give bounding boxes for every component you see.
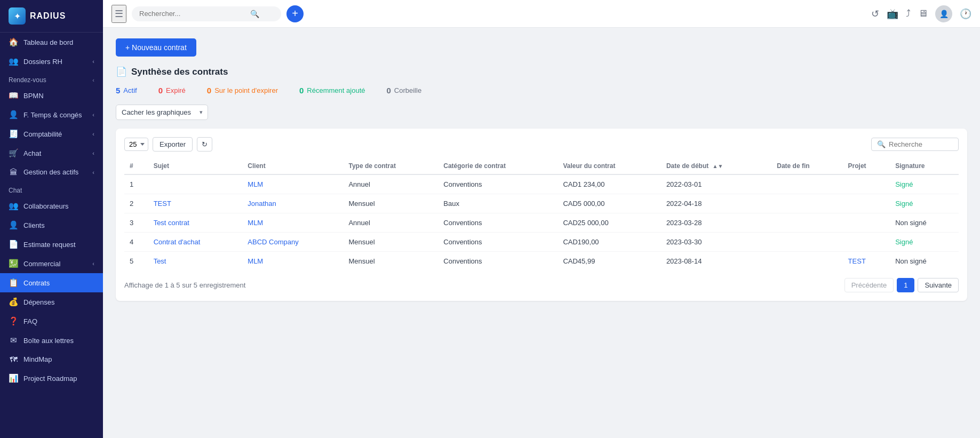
export-button[interactable]: Exporter	[153, 137, 193, 152]
sort-desc-icon: ▲▼	[713, 163, 723, 169]
screen-icon[interactable]: 📺	[887, 8, 898, 20]
cell-projet	[843, 174, 890, 194]
sujet-link[interactable]: Test contrat	[154, 219, 189, 227]
client-link[interactable]: Jonathan	[248, 200, 276, 208]
sidebar-item-f-temps-conges[interactable]: 👤 F. Temps & congés ‹	[0, 105, 103, 124]
table-controls: 25 Exporter ↻ 🔍	[124, 137, 959, 152]
sidebar-item-estimate-request[interactable]: 📄 Estimate request	[0, 235, 103, 254]
sujet-link[interactable]: Contrat d'achat	[154, 238, 201, 246]
history-icon[interactable]: ↺	[871, 8, 879, 20]
cell-client[interactable]: ABCD Company	[242, 233, 343, 252]
sidebar-item-gestion-des-actifs[interactable]: 🏛 Gestion des actifs ‹	[0, 163, 103, 181]
page-1-button[interactable]: 1	[897, 278, 914, 292]
table-row: 4Contrat d'achatABCD CompanyMensuelConve…	[124, 233, 959, 252]
table-header-row: # Sujet Client Type de contrat Catégorie…	[124, 158, 959, 174]
cell-projet	[843, 194, 890, 213]
sidebar-item-label: BPMN	[23, 92, 44, 100]
chevron-icon: ‹	[92, 112, 94, 118]
person-icon: 👤	[9, 110, 18, 120]
page-size-select[interactable]: 25	[124, 138, 148, 151]
client-link[interactable]: MLM	[248, 219, 263, 227]
sidebar-item-comptabilite[interactable]: 🧾 Comptabilité ‹	[0, 124, 103, 144]
cell-num: 3	[124, 213, 148, 233]
new-contract-button[interactable]: + Nouveau contrat	[116, 38, 196, 57]
cell-sujet[interactable]: Test	[148, 252, 243, 271]
table-search-icon: 🔍	[877, 140, 886, 148]
stat-trash[interactable]: 0 Corbeille	[386, 86, 443, 95]
sujet-link[interactable]: TEST	[154, 200, 171, 208]
cell-categorie: Conventions	[438, 233, 557, 252]
refresh-button[interactable]: ↻	[197, 137, 212, 152]
stat-actif[interactable]: 5 Actif	[116, 86, 158, 95]
table-row: 2TESTJonathanMensuelBauxCAD5 000,002022-…	[124, 194, 959, 213]
client-link[interactable]: ABCD Company	[248, 238, 298, 246]
cell-sujet[interactable]: Test contrat	[148, 213, 243, 233]
filter-row: Cacher les graphiques	[116, 105, 967, 120]
home-icon: 🏠	[9, 37, 18, 47]
cell-client[interactable]: Jonathan	[242, 194, 343, 213]
clock-icon[interactable]: 🕐	[960, 8, 971, 20]
client-link[interactable]: MLM	[248, 257, 263, 265]
cell-sujet[interactable]: TEST	[148, 194, 243, 213]
pagination-controls: Précédente 1 Suivante	[844, 278, 959, 292]
col-date-debut[interactable]: Date de début ▲▼	[661, 158, 771, 174]
pagination: Affichage de 1 à 5 sur 5 enregistrement …	[124, 278, 959, 292]
sidebar-item-label: Tableau de bord	[23, 38, 73, 46]
logo[interactable]: ✦ RADIUS	[0, 0, 103, 33]
add-button[interactable]: +	[286, 5, 304, 22]
cell-date-fin	[771, 213, 842, 233]
stat-expiring[interactable]: 0 Sur le point d'expirer	[207, 86, 299, 95]
stats-row: 5 Actif 0 Expiré 0 Sur le point d'expire…	[116, 86, 967, 95]
sidebar-item-tableau-de-bord[interactable]: 🏠 Tableau de bord	[0, 33, 103, 52]
prev-page-button[interactable]: Précédente	[844, 278, 894, 292]
cell-client[interactable]: MLM	[242, 252, 343, 271]
sujet-link[interactable]: Test	[154, 257, 166, 265]
mindmap-icon: 🗺	[9, 355, 18, 364]
client-link[interactable]: MLM	[248, 180, 263, 188]
sidebar-item-dossiers-rh[interactable]: 👥 Dossiers RH ‹	[0, 52, 103, 71]
sidebar-item-clients[interactable]: 👤 Clients	[0, 216, 103, 235]
cell-projet[interactable]: TEST	[843, 252, 890, 271]
filter-select[interactable]: Cacher les graphiques	[116, 105, 208, 120]
cell-client[interactable]: MLM	[242, 213, 343, 233]
sidebar-item-mindmap[interactable]: 🗺 MindMap	[0, 350, 103, 369]
share-icon[interactable]: ⤴	[906, 8, 911, 19]
cell-projet	[843, 213, 890, 233]
next-page-button[interactable]: Suivante	[918, 278, 959, 292]
monitor-icon[interactable]: 🖥	[918, 8, 928, 19]
cell-sujet[interactable]: Contrat d'achat	[148, 233, 243, 252]
sidebar-section-rendez-vous[interactable]: Rendez-vous ‹	[0, 71, 103, 86]
filter-select-wrapper: Cacher les graphiques	[116, 105, 208, 120]
sidebar-item-label: Commercial	[23, 260, 60, 268]
sidebar-item-achat[interactable]: 🛒 Achat ‹	[0, 144, 103, 163]
section-title: 📄 Synthèse des contrats	[116, 66, 967, 77]
cell-categorie: Conventions	[438, 252, 557, 271]
search-input[interactable]	[139, 10, 246, 18]
table-row: 1MLMAnnuelConventionsCAD1 234,002022-03-…	[124, 174, 959, 194]
sidebar-item-depenses[interactable]: 💰 Dépenses	[0, 292, 103, 312]
table-search-input[interactable]	[889, 140, 953, 148]
stat-expire[interactable]: 0 Expiré	[158, 86, 207, 95]
stat-recent[interactable]: 0 Récemment ajouté	[299, 86, 386, 95]
sidebar-item-label: Dossiers RH	[23, 58, 62, 66]
sidebar-item-commercial[interactable]: 💹 Commercial ‹	[0, 254, 103, 273]
sidebar-item-bpmn[interactable]: 📖 BPMN	[0, 86, 103, 105]
stat-number-actif: 5	[116, 86, 120, 95]
sidebar-item-contrats[interactable]: 📋 Contrats	[0, 273, 103, 292]
sidebar-item-project-roadmap[interactable]: 📊 Project Roadmap	[0, 369, 103, 388]
sidebar-item-faq[interactable]: ❓ FAQ	[0, 312, 103, 331]
projet-link[interactable]: TEST	[848, 257, 866, 265]
assets-icon: 🏛	[9, 168, 18, 177]
hamburger-button[interactable]: ☰	[111, 5, 126, 23]
cell-date-debut: 2022-04-18	[661, 194, 771, 213]
cell-client[interactable]: MLM	[242, 174, 343, 194]
avatar[interactable]: 👤	[935, 5, 952, 22]
chevron-icon: ‹	[92, 131, 94, 137]
sidebar-item-boite-aux-lettres[interactable]: ✉ Boîte aux lettres	[0, 331, 103, 350]
sidebar-item-label: Collaborateurs	[23, 202, 69, 210]
cell-type-contrat: Annuel	[343, 213, 438, 233]
cell-type-contrat: Mensuel	[343, 252, 438, 271]
sidebar-item-collaborateurs[interactable]: 👥 Collaborateurs	[0, 196, 103, 216]
stat-number-recent: 0	[299, 86, 304, 95]
depenses-icon: 💰	[9, 297, 18, 307]
